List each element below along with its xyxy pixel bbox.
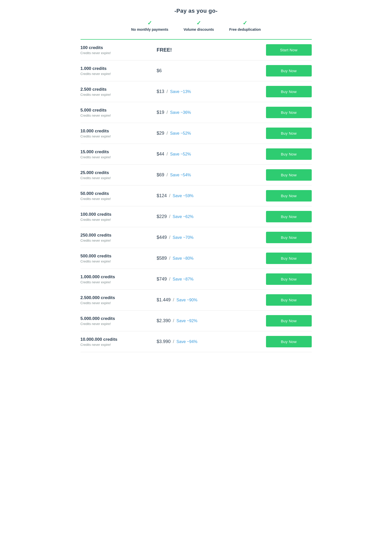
button-col: Buy Now — [261, 148, 312, 160]
buy-button-250000[interactable]: Buy Now — [266, 232, 312, 243]
buy-button-100[interactable]: Start Now — [266, 44, 312, 56]
credits-note: Credits never expire! — [81, 259, 157, 263]
price-value: $3.990 — [157, 339, 171, 344]
credits-note: Credits never expire! — [81, 197, 157, 201]
button-col: Buy Now — [261, 190, 312, 202]
pricing-row-5000000: 5.000.000 credits Credits never expire! … — [81, 311, 312, 331]
credits-amount: 5.000 credits — [81, 108, 157, 113]
pricing-row-100000: 100.000 credits Credits never expire! $2… — [81, 206, 312, 227]
credits-amount: 2.500.000 credits — [81, 295, 157, 300]
pricing-row-100: 100 credits Credits never expire! FREE! … — [81, 40, 312, 60]
button-col: Buy Now — [261, 86, 312, 97]
price-col: $449 / Save ~70% — [157, 235, 261, 240]
credits-col: 2.500.000 credits Credits never expire! — [81, 295, 157, 305]
buy-button-100000[interactable]: Buy Now — [266, 211, 312, 222]
credits-amount: 2.500 credits — [81, 87, 157, 92]
price-value: $449 — [157, 235, 167, 240]
buy-button-500000[interactable]: Buy Now — [266, 253, 312, 264]
price-save: Save ~80% — [173, 256, 194, 260]
pricing-row-1000000: 1.000.000 credits Credits never expire! … — [81, 269, 312, 290]
buy-button-1000[interactable]: Buy Now — [266, 65, 312, 76]
price-separator: / — [165, 151, 169, 157]
credits-note: Credits never expire! — [81, 93, 157, 97]
pricing-row-250000: 250.000 credits Credits never expire! $4… — [81, 227, 312, 248]
button-col: Buy Now — [261, 65, 312, 76]
credits-col: 100 credits Credits never expire! — [81, 45, 157, 55]
buy-button-5000[interactable]: Buy Now — [266, 107, 312, 118]
pricing-row-10000: 10.000 credits Credits never expire! $29… — [81, 123, 312, 144]
pricing-row-10000000: 10.000.000 credits Credits never expire!… — [81, 331, 312, 352]
pricing-table: 100 credits Credits never expire! FREE! … — [81, 40, 312, 352]
buy-button-15000[interactable]: Buy Now — [266, 148, 312, 160]
button-col: Buy Now — [261, 211, 312, 222]
price-col: FREE! — [157, 47, 261, 53]
credits-col: 10.000 credits Credits never expire! — [81, 129, 157, 138]
price-col: $2.390 / Save ~92% — [157, 318, 261, 323]
price-value: $29 — [157, 131, 164, 136]
buy-button-10000[interactable]: Buy Now — [266, 128, 312, 139]
credits-note: Credits never expire! — [81, 134, 157, 138]
price-value: $44 — [157, 151, 164, 157]
credits-note: Credits never expire! — [81, 343, 157, 347]
credits-amount: 10.000 credits — [81, 129, 157, 134]
credits-amount: 1.000 credits — [81, 66, 157, 71]
price-save: Save ~36% — [170, 110, 191, 115]
button-col: Buy Now — [261, 273, 312, 285]
credits-amount: 15.000 credits — [81, 149, 157, 154]
credits-amount: 250.000 credits — [81, 233, 157, 238]
pricing-row-2500000: 2.500.000 credits Credits never expire! … — [81, 290, 312, 311]
price-value: FREE! — [157, 47, 172, 53]
pricing-row-2500: 2.500 credits Credits never expire! $13 … — [81, 81, 312, 102]
price-value: $124 — [157, 193, 167, 198]
credits-note: Credits never expire! — [81, 72, 157, 76]
credits-col: 5.000.000 credits Credits never expire! — [81, 316, 157, 326]
credits-amount: 100 credits — [81, 45, 157, 50]
price-save: Save ~13% — [170, 89, 191, 94]
price-save: Save ~52% — [170, 152, 191, 156]
price-save: Save ~59% — [173, 194, 194, 198]
buy-button-1000000[interactable]: Buy Now — [266, 273, 312, 285]
credits-amount: 500.000 credits — [81, 254, 157, 259]
pricing-row-5000: 5.000 credits Credits never expire! $19 … — [81, 102, 312, 123]
price-col: $44 / Save ~52% — [157, 151, 261, 157]
price-value: $1.449 — [157, 297, 171, 302]
credits-note: Credits never expire! — [81, 176, 157, 180]
price-separator: / — [168, 214, 172, 219]
credits-amount: 10.000.000 credits — [81, 337, 157, 342]
price-separator: / — [168, 235, 172, 240]
price-separator: / — [172, 297, 176, 302]
buy-button-10000000[interactable]: Buy Now — [266, 336, 312, 347]
credits-col: 250.000 credits Credits never expire! — [81, 233, 157, 242]
credits-col: 1.000 credits Credits never expire! — [81, 66, 157, 76]
price-col: $69 / Save ~54% — [157, 172, 261, 178]
price-value: $6 — [157, 68, 162, 73]
price-col: $19 / Save ~36% — [157, 110, 261, 115]
credits-col: 500.000 credits Credits never expire! — [81, 254, 157, 263]
price-save: Save ~62% — [173, 214, 194, 219]
pricing-row-1000: 1.000 credits Credits never expire! $6 B… — [81, 60, 312, 81]
feature-label: Volume discounts — [184, 27, 214, 32]
price-separator: / — [165, 89, 169, 94]
buy-button-2500000[interactable]: Buy Now — [266, 294, 312, 306]
feature-volume-discounts: ✓ Volume discounts — [184, 20, 214, 32]
checkmark-icon: ✓ — [196, 20, 201, 26]
price-value: $589 — [157, 256, 167, 261]
credits-note: Credits never expire! — [81, 280, 157, 284]
buy-button-25000[interactable]: Buy Now — [266, 169, 312, 181]
credits-note: Credits never expire! — [81, 155, 157, 159]
buy-button-50000[interactable]: Buy Now — [266, 190, 312, 202]
price-save: Save ~87% — [173, 277, 194, 281]
price-col: $13 / Save ~13% — [157, 89, 261, 94]
credits-amount: 50.000 credits — [81, 191, 157, 196]
button-col: Buy Now — [261, 294, 312, 306]
credits-col: 10.000.000 credits Credits never expire! — [81, 337, 157, 347]
button-col: Buy Now — [261, 128, 312, 139]
credits-col: 25.000 credits Credits never expire! — [81, 170, 157, 180]
buy-button-5000000[interactable]: Buy Now — [266, 315, 312, 327]
button-col: Start Now — [261, 44, 312, 56]
credits-amount: 5.000.000 credits — [81, 316, 157, 321]
price-col: $124 / Save ~59% — [157, 193, 261, 198]
price-value: $13 — [157, 89, 164, 94]
credits-amount: 100.000 credits — [81, 212, 157, 217]
buy-button-2500[interactable]: Buy Now — [266, 86, 312, 97]
